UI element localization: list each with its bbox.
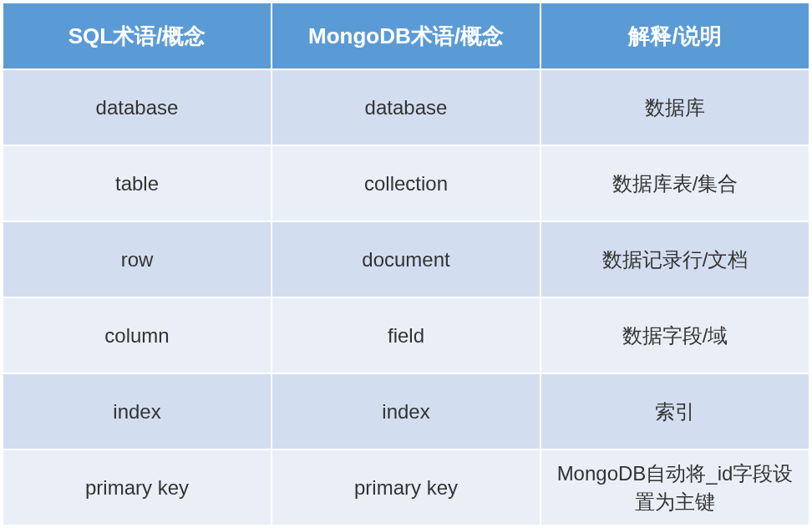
- cell-mongo: document: [272, 222, 541, 297]
- cell-mongo: primary key: [272, 450, 541, 525]
- table-header-row: SQL术语/概念 MongoDB术语/概念 解释/说明: [3, 3, 809, 69]
- cell-sql: column: [3, 298, 272, 373]
- cell-mongo: database: [272, 70, 541, 145]
- table-row: database database 数据库: [3, 69, 809, 145]
- header-desc: 解释/说明: [541, 3, 809, 69]
- table-row: column field 数据字段/域: [3, 297, 809, 373]
- header-mongo: MongoDB术语/概念: [272, 3, 541, 69]
- table-row: index index 索引: [3, 373, 809, 449]
- cell-mongo: collection: [272, 146, 541, 221]
- cell-sql: database: [3, 70, 272, 145]
- cell-mongo: index: [272, 374, 541, 449]
- table-row: row document 数据记录行/文档: [3, 221, 809, 297]
- header-sql: SQL术语/概念: [3, 3, 272, 69]
- cell-sql: table: [3, 146, 272, 221]
- cell-mongo: field: [272, 298, 541, 373]
- cell-desc: MongoDB自动将_id字段设置为主键: [541, 450, 809, 525]
- cell-desc: 数据库: [541, 70, 809, 145]
- cell-desc: 索引: [541, 374, 809, 449]
- cell-desc: 数据字段/域: [541, 298, 809, 373]
- table-row: table collection 数据库表/集合: [3, 145, 809, 221]
- cell-sql: primary key: [3, 450, 272, 525]
- table-row: primary key primary key MongoDB自动将_id字段设…: [3, 449, 809, 525]
- cell-sql: index: [3, 374, 272, 449]
- cell-desc: 数据库表/集合: [541, 146, 809, 221]
- cell-desc: 数据记录行/文档: [541, 222, 809, 297]
- comparison-table: SQL术语/概念 MongoDB术语/概念 解释/说明 database dat…: [3, 3, 809, 525]
- cell-sql: row: [3, 222, 272, 297]
